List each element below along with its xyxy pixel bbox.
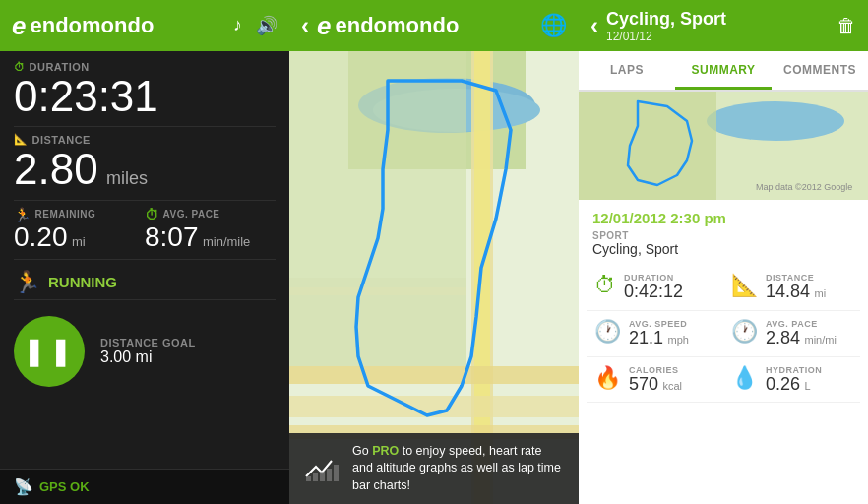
- pace-value-s: 2.84: [766, 328, 800, 347]
- distance-value: 2.80: [14, 145, 98, 193]
- calories-icon-s: 🔥: [594, 365, 621, 391]
- panel2-header: ‹ e endomondo 🌐: [289, 0, 579, 51]
- music-icon[interactable]: ♪: [233, 15, 242, 36]
- tab-comments[interactable]: COMMENTS: [772, 51, 868, 90]
- svg-rect-13: [313, 473, 318, 481]
- gps-icon: 📡: [14, 477, 33, 496]
- summary-map-svg: Map data ©2012 Google: [579, 92, 868, 200]
- pro-banner: Go PRO to enjoy speed, heart rate and al…: [289, 433, 579, 505]
- svg-point-18: [707, 101, 844, 141]
- remaining-label: 🏃 REMAINING: [14, 207, 145, 222]
- panel1-header: e endomondo ♪ 🔊: [0, 0, 289, 51]
- tab-summary[interactable]: SUMMARY: [675, 51, 772, 90]
- gps-status: GPS OK: [39, 479, 90, 494]
- svg-rect-14: [320, 472, 325, 481]
- running-icon: 🏃: [14, 270, 40, 295]
- trash-icon[interactable]: 🗑: [837, 15, 856, 37]
- panel3-title-block: Cycling, Sport 12/01/12: [606, 9, 726, 43]
- pace-icon: ⏱: [145, 207, 159, 222]
- header-icons: ♪ 🔊: [233, 15, 278, 36]
- endomondo-logo-2: e endomondo: [317, 11, 459, 41]
- goal-block: DISTANCE GOAL 3.00 mi: [100, 337, 196, 366]
- workout-panel: e endomondo ♪ 🔊 ⏱ DURATION 0:23:31 📐 DIS…: [0, 0, 289, 504]
- duration-value: 0:23:31: [14, 73, 276, 120]
- back-icon-3[interactable]: ‹: [590, 12, 598, 39]
- endomondo-logo: e endomondo: [12, 11, 154, 41]
- distance-unit-s: mi: [815, 287, 827, 299]
- panel2-header-left: ‹ e endomondo: [301, 11, 459, 41]
- hydration-value-s: 0.26: [766, 374, 800, 394]
- remaining-block: 🏃 REMAINING 0.20 mi: [14, 207, 145, 253]
- avg-pace-block: ⏱ AVG. PACE 8:07 min/mile: [145, 207, 276, 253]
- panel3-tabs: LAPS SUMMARY COMMENTS: [579, 51, 868, 92]
- summary-sport: SPORT Cycling, Sport: [579, 230, 868, 265]
- goal-label: DISTANCE GOAL: [100, 337, 196, 348]
- pro-banner-text: Go PRO to enjoy speed, heart rate and al…: [352, 443, 565, 495]
- distance-icon-s: 📐: [731, 273, 758, 298]
- summary-avg-speed: 🕐 AVG. SPEED 21.1 mph: [587, 311, 723, 357]
- calories-value-s: 570: [629, 374, 658, 394]
- remaining-icon: 🏃: [14, 207, 31, 222]
- map-panel: ‹ e endomondo 🌐: [289, 0, 579, 504]
- pace-icon-s: 🕐: [731, 319, 758, 345]
- summary-calories: 🔥 CALORIES 570 kcal: [587, 357, 723, 404]
- sport-label: SPORT: [592, 230, 854, 241]
- remaining-value: 0.20: [14, 221, 68, 252]
- summary-duration: ⏱ DURATION 0:42:12: [587, 265, 723, 311]
- pro-banner-chart-icon: [303, 454, 342, 483]
- avg-pace-unit: min/mile: [203, 234, 250, 249]
- chart-icon-svg: [304, 455, 341, 482]
- distance-block: 📐 DISTANCE 2.80 miles: [14, 133, 276, 200]
- summary-distance: 📐 DISTANCE 14.84 mi: [723, 265, 860, 311]
- panel1-footer: 📡 GPS OK: [0, 469, 289, 504]
- globe-icon[interactable]: 🌐: [540, 13, 567, 38]
- workout-stats: ⏱ DURATION 0:23:31 📐 DISTANCE 2.80 miles…: [0, 51, 289, 469]
- speed-icon-s: 🕐: [594, 319, 621, 345]
- svg-rect-15: [327, 469, 332, 481]
- logo-text: endomondo: [30, 13, 154, 38]
- goal-value: 3.00 mi: [100, 348, 196, 366]
- avg-pace-label: ⏱ AVG. PACE: [145, 207, 276, 222]
- panel3-header: ‹ Cycling, Sport 12/01/12 🗑: [579, 0, 868, 51]
- summary-map-thumb: Map data ©2012 Google: [579, 92, 868, 200]
- pause-button[interactable]: ❚❚: [14, 316, 85, 387]
- panel3-header-left: ‹ Cycling, Sport 12/01/12: [590, 9, 726, 43]
- summary-avg-pace: 🕐 AVG. PACE 2.84 min/mi: [723, 311, 860, 357]
- svg-text:Map data ©2012 Google: Map data ©2012 Google: [756, 182, 852, 192]
- summary-datetime: 12/01/2012 2:30 pm: [579, 200, 868, 230]
- distance-value-s: 14.84: [766, 282, 810, 301]
- activity-label: 🏃 RUNNING: [14, 266, 276, 300]
- speed-unit-s: mph: [668, 334, 689, 346]
- logo-symbol-2: e: [317, 11, 331, 41]
- pause-row: ❚❚ DISTANCE GOAL 3.00 mi: [14, 306, 276, 397]
- hydration-unit-s: L: [805, 380, 811, 392]
- back-icon[interactable]: ‹: [301, 12, 309, 39]
- avg-pace-value: 8:07: [145, 221, 199, 252]
- panel3-body: Map data ©2012 Google 12/01/2012 2:30 pm…: [579, 92, 868, 504]
- duration-value-s: 0:42:12: [624, 282, 683, 301]
- duration-block: ⏱ DURATION 0:23:31: [14, 61, 276, 127]
- hydration-icon-s: 💧: [731, 365, 758, 391]
- summary-stats-grid: ⏱ DURATION 0:42:12 📐 DISTANCE 14.84 mi: [579, 265, 868, 403]
- remaining-pace-row: 🏃 REMAINING 0.20 mi ⏱ AVG. PACE 8:07 min…: [14, 207, 276, 260]
- pace-unit-s: min/mi: [805, 334, 837, 346]
- svg-rect-11: [289, 278, 466, 366]
- sport-value: Cycling, Sport: [592, 241, 854, 257]
- calories-unit-s: kcal: [663, 380, 683, 392]
- distance-unit: miles: [106, 168, 148, 188]
- sound-icon[interactable]: 🔊: [256, 15, 278, 36]
- summary-hydration: 💧 HYDRATION 0.26 L: [723, 357, 860, 404]
- speed-value-s: 21.1: [629, 328, 663, 347]
- pause-icon: ❚❚: [23, 335, 76, 367]
- svg-rect-12: [306, 476, 311, 481]
- map-container[interactable]: Go PRO to enjoy speed, heart rate and al…: [289, 51, 579, 504]
- svg-rect-6: [289, 366, 579, 384]
- duration-icon-s: ⏱: [594, 273, 616, 298]
- summary-panel: ‹ Cycling, Sport 12/01/12 🗑 LAPS SUMMARY…: [579, 0, 868, 504]
- panel3-title-sub: 12/01/12: [606, 30, 726, 43]
- remaining-unit: mi: [72, 234, 86, 249]
- panel3-title-main: Cycling, Sport: [606, 9, 726, 30]
- logo-symbol: e: [12, 11, 26, 41]
- tab-laps[interactable]: LAPS: [579, 51, 675, 90]
- svg-rect-16: [334, 465, 339, 481]
